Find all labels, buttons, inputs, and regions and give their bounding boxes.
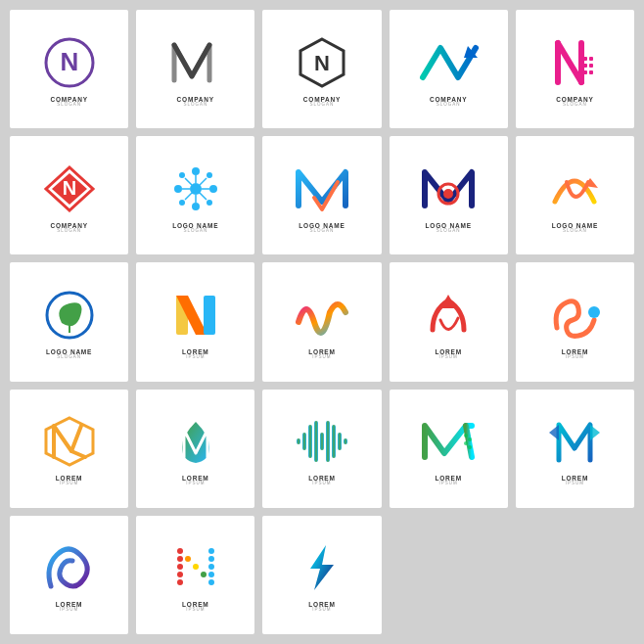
svg-line-6 (558, 43, 581, 82)
logo-icon-5 (545, 33, 604, 92)
logo-text-13: LOREM IPSUM (308, 348, 335, 360)
svg-point-22 (179, 172, 185, 178)
svg-rect-50 (320, 433, 324, 450)
logo-card-17[interactable]: LOREM IPSUM (136, 390, 254, 508)
logo-text-11: LOGO NAME SLOGAN (46, 348, 92, 360)
logo-card-14[interactable]: LOREM IPSUM (390, 262, 508, 381)
logo-card-25 (516, 516, 634, 634)
svg-point-61 (177, 548, 183, 554)
logo-icon-19 (419, 412, 478, 471)
svg-point-20 (174, 185, 182, 193)
svg-point-70 (208, 556, 214, 562)
logo-card-10[interactable]: LOGO NAME SLOGAN (516, 136, 634, 254)
svg-point-21 (209, 185, 217, 193)
logo-icon-1: N (40, 33, 99, 92)
logo-card-7[interactable]: LOGO NAME SLOGAN (136, 136, 254, 254)
logo-card-4[interactable]: COMPANY SLOGAN (390, 10, 508, 128)
logo-text-7: LOGO NAME SLOGAN (172, 222, 218, 234)
logo-card-23[interactable]: LOREM IPSUM (262, 516, 381, 634)
logo-icon-18 (293, 412, 351, 471)
logo-text-23: LOREM IPSUM (308, 601, 335, 613)
logo-icon-13 (293, 286, 351, 345)
logo-icon-23 (293, 538, 351, 597)
svg-point-57 (464, 441, 468, 445)
logo-card-11[interactable]: LOGO NAME SLOGAN (10, 262, 128, 381)
svg-rect-48 (308, 425, 312, 458)
svg-rect-49 (314, 421, 318, 462)
svg-marker-59 (590, 425, 600, 440)
svg-point-65 (177, 579, 183, 585)
logo-text-21: LOREM IPSUM (56, 601, 82, 613)
logo-card-5[interactable]: COMPANY SLOGAN (516, 10, 634, 128)
svg-point-25 (207, 200, 212, 206)
logo-card-12[interactable]: LOREM IPSUM (136, 262, 254, 381)
svg-text:N: N (314, 51, 330, 75)
svg-rect-9 (589, 57, 593, 61)
logo-card-21[interactable]: LOREM IPSUM (10, 516, 128, 634)
svg-rect-12 (583, 70, 587, 74)
logo-text-3: COMPANY SLOGAN (303, 96, 341, 108)
logo-card-13[interactable]: LOREM IPSUM (262, 262, 381, 381)
svg-point-56 (468, 437, 472, 441)
logo-text-22: LOREM IPSUM (182, 601, 208, 613)
logo-text-8: LOGO NAME SLOGAN (299, 222, 345, 234)
svg-point-23 (207, 172, 212, 178)
logo-card-22[interactable]: LOREM IPSUM (136, 516, 254, 634)
logo-text-9: LOGO NAME SLOGAN (426, 222, 472, 234)
svg-rect-52 (332, 425, 336, 458)
svg-point-66 (185, 556, 191, 562)
svg-point-44 (588, 306, 600, 318)
svg-point-69 (208, 548, 214, 554)
svg-rect-54 (344, 438, 347, 444)
logo-card-8[interactable]: LOGO NAME SLOGAN (262, 136, 381, 254)
svg-point-68 (201, 572, 207, 577)
logo-text-1: COMPANY SLOGAN (50, 96, 87, 108)
logo-icon-7 (166, 160, 225, 218)
logo-card-16[interactable]: LOREM IPSUM (10, 390, 128, 508)
svg-line-32 (185, 193, 192, 200)
logo-icon-4 (419, 33, 478, 92)
logo-card-15[interactable]: LOREM IPSUM (516, 262, 634, 381)
svg-point-73 (208, 579, 214, 585)
logo-card-20[interactable]: LOREM IPSUM (516, 390, 634, 508)
logo-text-17: LOREM IPSUM (182, 475, 208, 486)
svg-line-31 (200, 178, 207, 185)
logo-icon-15 (545, 286, 604, 345)
logo-icon-2 (166, 33, 225, 92)
svg-rect-10 (583, 64, 587, 68)
svg-rect-42 (204, 296, 215, 335)
svg-point-55 (464, 434, 468, 437)
logo-icon-21 (40, 538, 99, 597)
svg-rect-51 (326, 421, 330, 462)
logo-card-24 (390, 516, 508, 634)
svg-point-63 (177, 564, 183, 570)
svg-point-62 (177, 556, 183, 562)
svg-point-35 (443, 189, 453, 199)
svg-rect-46 (297, 438, 300, 444)
svg-marker-60 (549, 425, 559, 440)
logo-text-5: COMPANY SLOGAN (556, 96, 593, 108)
logo-icon-17 (166, 412, 225, 471)
svg-point-58 (468, 445, 472, 449)
logo-card-3[interactable]: N COMPANY SLOGAN (262, 10, 381, 128)
logo-card-9[interactable]: LOGO NAME SLOGAN (390, 136, 508, 254)
svg-line-33 (200, 193, 207, 200)
svg-rect-53 (338, 433, 342, 450)
logo-icon-3: N (293, 33, 351, 92)
svg-rect-8 (583, 57, 587, 61)
logo-card-19[interactable]: LOREM IPSUM (390, 390, 508, 508)
logo-card-2[interactable]: COMPANY SLOGAN (136, 10, 254, 128)
logo-card-1[interactable]: N COMPANY SLOGAN (10, 10, 128, 128)
logo-text-16: LOREM IPSUM (56, 475, 82, 486)
logo-icon-14 (419, 286, 478, 345)
logo-grid: N COMPANY SLOGAN COMPANY SLOGAN N (0, 0, 644, 644)
svg-rect-11 (589, 64, 593, 68)
logo-card-18[interactable]: LOREM IPSUM (262, 390, 381, 508)
svg-text:N: N (60, 47, 78, 76)
logo-text-12: LOREM IPSUM (182, 348, 208, 360)
svg-rect-13 (589, 70, 593, 74)
svg-point-19 (192, 203, 200, 210)
logo-text-15: LOREM IPSUM (562, 348, 588, 360)
logo-text-14: LOREM IPSUM (435, 348, 461, 360)
logo-card-6[interactable]: N COMPANY SLOGAN (10, 136, 128, 254)
